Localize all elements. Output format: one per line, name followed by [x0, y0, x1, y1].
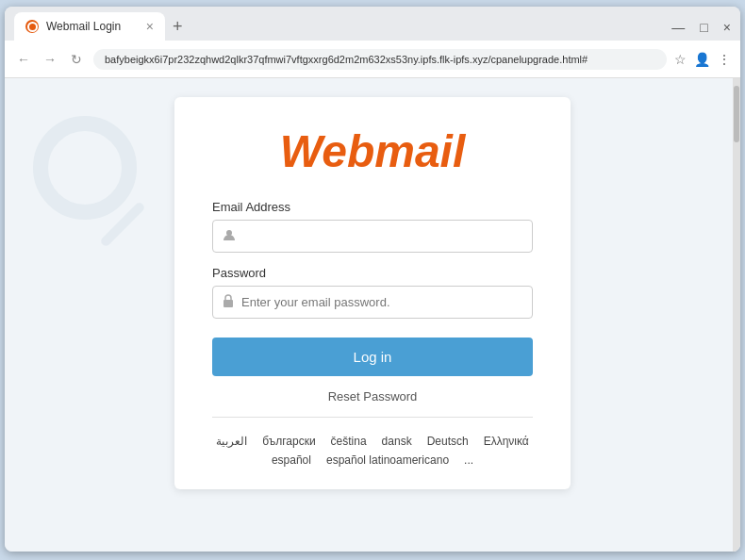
lock-icon [223, 294, 234, 310]
maximize-button[interactable]: □ [700, 20, 707, 35]
tab-close-button[interactable]: × [146, 19, 154, 34]
email-input-wrapper [212, 220, 533, 253]
lang-spanish-latam[interactable]: español latinoamericano [326, 453, 449, 467]
lang-german[interactable]: Deutsch [427, 435, 469, 448]
address-bar: ← → ↻ bafybeigkx6i7pr232zqhwd2qlkr37qfmw… [5, 41, 740, 78]
url-text: bafybeigkx6i7pr232zqhwd2qlkr37qfmwi7vftg… [105, 54, 655, 65]
language-bar: العربية български čeština dansk Deutsch … [212, 427, 533, 467]
lang-czech[interactable]: čeština [331, 435, 367, 448]
lang-bulgarian[interactable]: български [262, 435, 315, 448]
password-input-wrapper [212, 286, 533, 319]
password-input[interactable] [241, 295, 522, 309]
tab-title: Webmail Login [46, 20, 121, 33]
scrollbar-thumb [734, 86, 739, 142]
lang-arabic[interactable]: العربية [216, 435, 247, 448]
back-button[interactable]: ← [14, 52, 33, 67]
lang-danish[interactable]: dansk [382, 435, 412, 448]
tab-favicon [25, 20, 39, 33]
profile-icon[interactable]: 👤 [694, 52, 710, 67]
reset-password-link[interactable]: Reset Password [212, 389, 533, 404]
logo-text: Webmail [280, 126, 466, 176]
lang-spanish[interactable]: español [272, 453, 311, 467]
email-icon [223, 228, 236, 244]
email-group: Email Address [212, 200, 533, 253]
minimize-button[interactable]: — [671, 20, 685, 35]
login-button[interactable]: Log in [212, 338, 533, 376]
logo-container: Webmail [212, 125, 533, 177]
window-controls: — □ × [671, 20, 731, 41]
new-tab-button[interactable]: + [173, 17, 183, 41]
close-button[interactable]: × [723, 20, 731, 35]
page-content: riskIQ Webmail Email Address [5, 78, 740, 552]
email-input[interactable] [243, 229, 522, 243]
password-label: Password [212, 266, 533, 280]
forward-button[interactable]: → [41, 52, 59, 67]
divider [212, 417, 533, 418]
lang-greek[interactable]: Ελληνικά [484, 435, 529, 448]
menu-icon[interactable]: ⋮ [718, 52, 731, 67]
reload-button[interactable]: ↻ [67, 52, 86, 67]
scrollbar[interactable] [733, 78, 740, 552]
lang-more-button[interactable]: ... [464, 453, 473, 467]
password-group: Password [212, 266, 533, 319]
browser-tab[interactable]: Webmail Login × [14, 12, 165, 41]
title-bar: Webmail Login × + — □ × [5, 7, 740, 41]
email-label: Email Address [212, 200, 533, 214]
bookmark-icon[interactable]: ☆ [674, 52, 687, 67]
login-card: Webmail Email Address Password [174, 97, 571, 489]
url-input[interactable]: bafybeigkx6i7pr232zqhwd2qlkr37qfmwi7vftg… [93, 49, 667, 70]
svg-rect-1 [224, 300, 233, 307]
magnifier-watermark [33, 116, 184, 267]
